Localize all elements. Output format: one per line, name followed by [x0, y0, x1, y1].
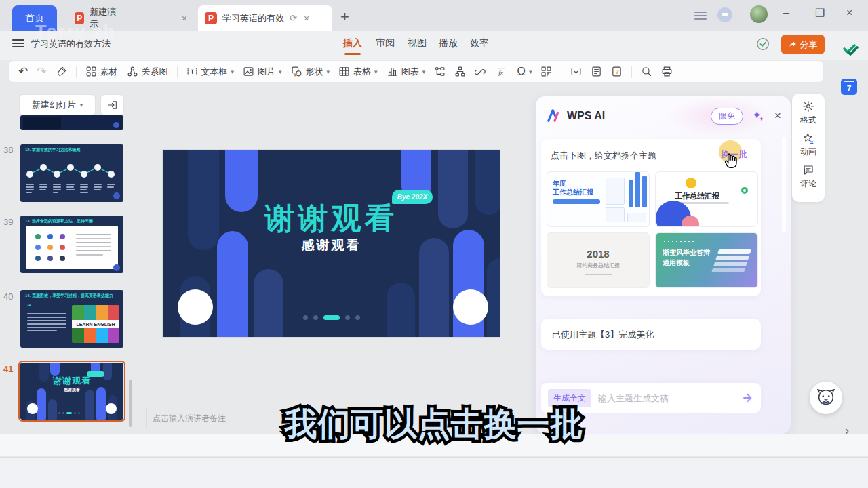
screen-record-icon[interactable] [570, 66, 582, 77]
shape-button[interactable]: 形状 ▾ [291, 66, 330, 78]
theme-option-4[interactable]: 渐变风毕业答辩通用模板 [655, 232, 758, 288]
slide-thumbnail-37-partial[interactable] [20, 115, 123, 130]
notes-page-icon[interactable] [591, 66, 602, 77]
chevron-down-icon[interactable]: ▾ [422, 68, 426, 75]
slide-thumbnail-41-selected[interactable]: 谢谢观看 感谢观看 [20, 363, 123, 420]
slide-subtitle[interactable]: 感谢观看 [163, 237, 500, 254]
cloud-saved-icon[interactable] [755, 37, 770, 52]
wps-ai-logo [547, 108, 561, 123]
message-bubble-icon[interactable] [717, 7, 732, 22]
thumb-decor [113, 122, 119, 128]
search-icon[interactable] [641, 66, 652, 77]
refresh-tab-icon[interactable]: ⟳ [290, 13, 297, 23]
generate-doc-tag[interactable]: 生成全文 [548, 389, 591, 407]
tab-review[interactable]: 审阅 [376, 37, 395, 49]
slide-thumbnail-38[interactable]: 12. 掌握有效的学习方法和策略 [20, 144, 123, 202]
calendar-7-widget[interactable]: 7 [841, 79, 857, 95]
document-tab-active[interactable]: P 学习英语的有效 ⟳ × [198, 5, 332, 30]
tab-label: 学习英语的有效 [222, 12, 284, 24]
textbox-icon [186, 66, 198, 77]
undo-icon[interactable]: ↶ [18, 66, 28, 77]
printer-icon[interactable] [661, 66, 673, 77]
symbol-button[interactable]: Ω ▾ [517, 66, 532, 77]
hand-cursor [723, 152, 739, 170]
panel-scrollbar[interactable] [129, 380, 132, 427]
document-tab-new-presentation[interactable]: P 新建演示 × [68, 5, 194, 30]
notes-divider[interactable] [146, 407, 147, 428]
maximize-button[interactable]: ❐ [815, 7, 825, 20]
sidebar-item-comment[interactable]: 评论 [800, 164, 816, 190]
redo-icon[interactable]: ↷ [37, 66, 46, 77]
format-painter-icon[interactable] [56, 66, 67, 77]
textbox-button[interactable]: 文本框 ▾ [186, 66, 235, 78]
ai-panel-title: WPS AI [567, 110, 605, 122]
material-button[interactable]: 素材 [85, 66, 118, 78]
close-panel-icon[interactable]: × [774, 109, 781, 123]
theme-option-3[interactable]: 2018 简约商务总结汇报 [547, 232, 650, 288]
ai-topic-input[interactable] [598, 393, 735, 403]
divider [561, 66, 561, 78]
slide-canvas[interactable]: Bye 202X 谢谢观看 感谢观看 [163, 150, 500, 337]
minimize-button[interactable]: – [783, 7, 789, 19]
comment-icon [802, 164, 814, 176]
slide-thumbnail-40[interactable]: 14. 克服困难，享受学习过程，提高英语表达能力 “ LEARN ENGLISH [20, 290, 123, 348]
slide-bar [487, 258, 500, 337]
chevron-down-icon[interactable]: ▾ [374, 68, 378, 75]
theme-option-2[interactable]: 工作总结汇报 [655, 171, 758, 227]
sidebar-item-format[interactable]: 格式 [800, 100, 816, 126]
new-tab-button[interactable]: + [340, 8, 349, 26]
theme-option-1[interactable]: 年度工作总结汇报 [547, 171, 650, 227]
ai-panel-header: WPS AI 限免 × [547, 106, 781, 126]
sparkle-icon[interactable] [751, 109, 765, 123]
speaker-notes-placeholder[interactable]: 点击输入演讲者备注 [153, 413, 226, 424]
formula-icon[interactable]: fx [495, 66, 508, 77]
close-button[interactable]: × [846, 7, 852, 19]
relation-diagram-button[interactable]: 关系图 [127, 66, 168, 78]
share-button[interactable]: 分享 [781, 35, 825, 54]
close-tab-icon[interactable]: × [304, 13, 309, 24]
menu-lines-icon[interactable] [693, 9, 708, 22]
user-avatar[interactable] [750, 5, 768, 23]
flowchart-icon[interactable] [434, 66, 446, 77]
tab-view[interactable]: 视图 [408, 37, 427, 49]
ai-panel-scrollbar[interactable] [782, 137, 786, 232]
hamburger-menu-icon[interactable] [12, 39, 24, 48]
new-slide-button[interactable]: 新建幻灯片 ▾ [19, 94, 96, 115]
close-tab-icon[interactable]: × [182, 13, 187, 24]
qrcode-icon[interactable] [540, 66, 552, 77]
image-button[interactable]: 图片 ▾ [243, 66, 282, 78]
theme-grid: 年度工作总结汇报 工作总结汇报 2018 简约商 [547, 171, 758, 288]
chevron-down-icon[interactable]: ▾ [529, 68, 532, 75]
omega-icon: Ω [517, 66, 526, 77]
chevron-down-icon[interactable]: ▾ [279, 68, 282, 75]
tab-label: 新建演示 [90, 6, 117, 30]
assistant-mascot[interactable] [810, 382, 842, 414]
free-trial-badge: 限免 [711, 108, 743, 125]
home-tab[interactable]: 首页 [12, 5, 57, 30]
thumb-decor [113, 192, 120, 199]
chart-button[interactable]: 图表 ▾ [387, 66, 426, 78]
tab-insert[interactable]: 插入 [343, 37, 362, 49]
thumb-circle [27, 403, 38, 414]
hyperlink-icon[interactable] [475, 66, 486, 77]
chevron-down-icon[interactable]: ▾ [231, 68, 235, 75]
table-button[interactable]: 表格 ▾ [338, 66, 378, 78]
chevron-down-icon[interactable]: ▾ [327, 68, 330, 75]
org-chart-icon[interactable] [454, 66, 466, 77]
import-slides-button[interactable] [100, 94, 124, 115]
slide-thumbnail-39[interactable]: 13. 选择合适的资源和方法，坚持不懈 [20, 216, 123, 273]
double-check-widget[interactable] [842, 42, 859, 58]
sidebar-item-animation[interactable]: 动画 [800, 132, 816, 158]
image-icon [243, 66, 254, 77]
slide-title[interactable]: 谢谢观看 [163, 199, 500, 239]
thumb-card [26, 226, 118, 269]
divider [631, 66, 632, 78]
slide-number: 39 [3, 217, 13, 227]
share-arrow-icon [789, 40, 797, 49]
import-icon [107, 100, 118, 110]
send-icon[interactable] [742, 392, 754, 404]
tab-efficiency[interactable]: 效率 [470, 37, 489, 49]
tab-play[interactable]: 播放 [439, 37, 458, 49]
clipboard-help-icon[interactable]: ? [611, 66, 623, 77]
slide-number: 40 [3, 291, 13, 302]
